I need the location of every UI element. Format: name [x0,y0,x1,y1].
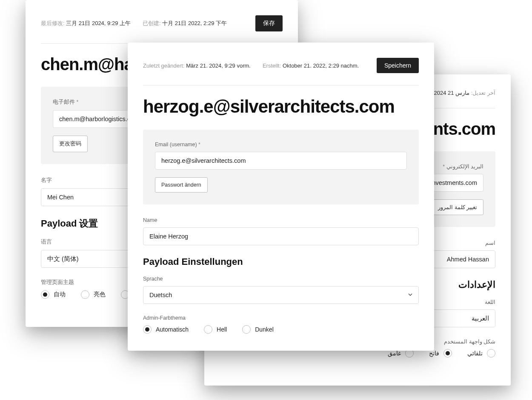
theme-radio-auto[interactable]: 自动 [41,290,66,299]
last-modified: 最后修改: 三月 21日 2024, 9:29 上午 [41,20,131,27]
theme-group: Admin-Farbthema Automatisch Hell Dunkel [143,315,419,334]
language-select[interactable] [143,286,419,304]
change-password-button[interactable]: 更改密码 [53,136,88,152]
last-modified-value: März 21. 2024, 9:29 vorm. [186,62,251,69]
radio-label: Automatisch [156,326,189,333]
radio-label: فاتح [429,350,439,357]
name-field[interactable] [143,227,419,245]
settings-heading: Payload Einstellungen [143,256,419,267]
last-modified-label: Zuletzt geändert: [143,62,185,69]
created: Erstellt: Oktober 21. 2022, 2:29 nachm. [263,62,359,69]
name-label: Name [143,217,419,223]
theme-radio-auto[interactable]: Automatisch [143,325,189,334]
radio-icon [143,325,152,334]
created-value: Oktober 21. 2022, 2:29 nachm. [283,62,359,69]
created-label: Erstellt: [263,62,281,69]
change-password-button[interactable]: Passwort ändern [155,177,208,193]
radio-icon [204,325,212,334]
theme-radio-dark[interactable]: Dunkel [242,325,274,334]
radio-icon [242,325,251,334]
radio-label: Dunkel [255,326,274,333]
theme-radio-auto[interactable]: تلقائي [467,349,495,357]
credentials-block: Email (username) Passwort ändern [143,130,419,204]
created: 已创建: 十月 21日 2022, 2:29 下午 [143,20,227,27]
change-password-button[interactable]: تغيير كلمة المرور [432,199,483,215]
radio-label: 亮色 [94,291,106,298]
email-label: Email (username) [155,142,407,148]
created-label: 已创建: [143,20,161,26]
radio-label: Hell [217,326,227,333]
theme-radio-row: Automatisch Hell Dunkel [143,325,419,334]
language-group: Sprache [143,276,419,304]
radio-label: تلقائي [467,350,483,357]
created-value: 十月 21日 2022, 2:29 下午 [162,20,227,26]
radio-label: 自动 [54,291,66,298]
email-field[interactable] [155,152,407,170]
theme-radio-light[interactable]: Hell [204,325,227,334]
settings-card-de: Zuletzt geändert: März 21. 2024, 9:29 vo… [128,43,434,351]
last-modified: Zuletzt geändert: März 21. 2024, 9:29 vo… [143,62,251,69]
save-button[interactable]: 保存 [255,15,283,31]
name-group: Name [143,217,419,245]
meta-row: Zuletzt geändert: März 21. 2024, 9:29 vo… [143,58,419,85]
theme-label: Admin-Farbthema [143,315,419,321]
theme-radio-light[interactable]: 亮色 [81,290,106,299]
last-modified-label: 最后修改: [41,20,65,26]
radio-label: غامق [388,350,401,357]
radio-icon [41,290,49,299]
last-modified-label: آخر تعديل: [471,90,495,96]
language-label: Sprache [143,276,419,282]
meta-row: 最后修改: 三月 21日 2024, 9:29 上午 已创建: 十月 21日 2… [41,15,283,44]
save-button[interactable]: Speichern [377,58,419,73]
radio-icon [81,290,89,299]
page-title: herzog.e@silverarchitects.com [143,96,419,117]
last-modified-value: مارس 21 2024, [432,90,469,96]
language-value[interactable] [143,286,419,304]
radio-icon [487,349,495,357]
last-modified-value: 三月 21日 2024, 9:29 上午 [66,20,131,26]
radio-icon [443,349,452,357]
last-modified: آخر تعديل: مارس 21 2024, [432,90,495,96]
